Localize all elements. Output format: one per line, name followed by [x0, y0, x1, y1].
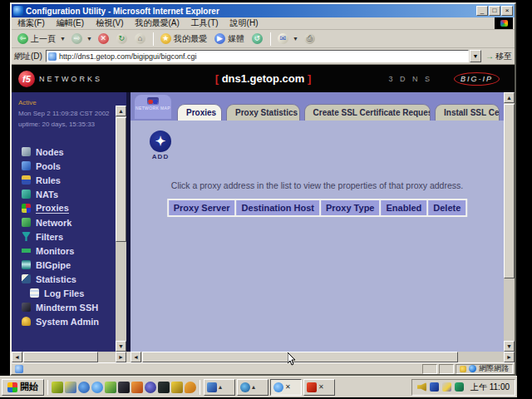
system-tray: 上午 11:00 — [411, 379, 515, 396]
sidebar-item-filters[interactable]: Filters — [12, 229, 126, 244]
taskbar-window-button[interactable]: ▴ — [204, 379, 235, 396]
scroll-right-icon[interactable]: ► — [504, 352, 515, 362]
media-label: 媒體 — [228, 33, 244, 45]
scroll-up-icon[interactable]: ▲ — [116, 106, 126, 116]
menu-edit[interactable]: 編輯(E) — [51, 17, 90, 30]
sidebar-item-bigpipe[interactable]: BIGpipe — [12, 258, 126, 272]
refresh-button[interactable]: ↻ — [113, 32, 131, 45]
media-button[interactable]: ▶ 媒體 — [211, 32, 248, 46]
network-tray-icon[interactable] — [455, 382, 464, 392]
go-button[interactable]: → 移至 — [485, 51, 512, 62]
sidebar-item-nats[interactable]: NATs — [12, 187, 126, 201]
input-method-icon[interactable] — [442, 382, 451, 392]
menu-tools[interactable]: 工具(T) — [185, 17, 224, 30]
system-uptime: uptime: 20 days, 15:35:33 — [18, 119, 126, 130]
quicklaunch-shortcut-icon[interactable] — [158, 382, 170, 393]
back-button[interactable]: ⇦ 上一頁 — [14, 32, 59, 46]
sidebar-item-monitors[interactable]: Monitors — [12, 244, 126, 258]
menu-favorites[interactable]: 我的最愛(A) — [129, 17, 185, 30]
menu-help[interactable]: 說明(H) — [224, 17, 264, 30]
globe-icon — [469, 365, 476, 372]
sidebar-item-proxies[interactable]: Proxies — [12, 201, 126, 215]
scrollbar-thumb[interactable] — [504, 104, 515, 278]
forward-button[interactable]: ⇨ — [68, 32, 86, 45]
tab-proxy-statistics[interactable]: Proxy Statistics — [226, 104, 300, 121]
toolbar-separator — [153, 32, 154, 46]
tab-create-ssl-certificate-request[interactable]: Create SSL Certificate Request — [304, 104, 431, 121]
button-glyph: ▴ — [219, 383, 222, 391]
stop-button[interactable]: ✕ — [95, 32, 112, 45]
statistics-icon — [22, 274, 31, 283]
scrollbar-thumb[interactable] — [116, 117, 126, 242]
address-input[interactable]: http://dns1.getop.com/bigipgui/bigconf.c… — [46, 50, 469, 62]
quicklaunch-shortcut-icon[interactable] — [105, 382, 116, 393]
display-icon[interactable] — [430, 382, 439, 392]
taskbar-clock[interactable]: 上午 11:00 — [470, 382, 510, 393]
start-button[interactable]: 開始 — [2, 379, 44, 396]
mail-button[interactable]: ✉ — [274, 32, 292, 45]
sidebar-item-network[interactable]: Network — [12, 215, 126, 229]
sidebar-horizontal-scrollbar[interactable]: ◄ ► — [12, 352, 126, 362]
sidebar-vertical-scrollbar[interactable]: ▲ ▼ — [116, 106, 126, 352]
quicklaunch-shortcut-icon[interactable] — [118, 382, 130, 393]
mail-dropdown-icon[interactable]: ▼ — [293, 36, 298, 42]
sidebar-item-mindterm-ssh[interactable]: Mindterm SSH — [12, 300, 126, 314]
quicklaunch-shortcut-icon[interactable] — [65, 382, 76, 393]
quicklaunch-shortcut-icon[interactable] — [91, 382, 103, 393]
scrollbar-thumb[interactable] — [23, 352, 98, 362]
column-header-delete: Delete — [428, 200, 466, 215]
sidebar-item-pools[interactable]: Pools — [12, 159, 126, 173]
pools-icon — [22, 161, 31, 170]
sidebar-item-nodes[interactable]: Nodes — [12, 145, 126, 159]
main-horizontal-scrollbar[interactable]: ◄ ► — [131, 352, 515, 362]
sidebar-item-system-admin[interactable]: System Admin — [12, 314, 126, 328]
sidebar-item-rules[interactable]: Rules — [12, 173, 126, 187]
quicklaunch-shortcut-icon[interactable] — [78, 382, 90, 393]
scroll-left-icon[interactable]: ◄ — [12, 352, 22, 362]
f5-brand-header: f5 NETWORKS [ dns1.getop.com ] 3 D N S B… — [12, 65, 515, 92]
volume-icon[interactable] — [417, 382, 426, 392]
minimize-button[interactable]: _ — [476, 6, 488, 16]
menu-view[interactable]: 檢視(V) — [90, 17, 129, 30]
history-button[interactable]: ↺ — [249, 32, 266, 45]
scroll-left-icon[interactable]: ◄ — [131, 352, 141, 362]
ie-app-icon — [13, 6, 23, 16]
taskbar-window-button[interactable]: ▴ — [237, 379, 268, 396]
tab-proxies[interactable]: Proxies — [177, 104, 222, 121]
go-arrow-icon: → — [485, 52, 494, 61]
network-map-button[interactable]: NETWORK MAP — [135, 95, 171, 119]
close-button[interactable]: × — [501, 6, 513, 16]
sidebar-item-label: Filters — [36, 232, 63, 242]
scroll-up-icon[interactable]: ▲ — [504, 92, 515, 103]
monitors-icon — [22, 246, 31, 255]
quicklaunch-shortcut-icon[interactable] — [131, 382, 143, 393]
app-window-icon — [240, 382, 250, 392]
quicklaunch-shortcut-icon[interactable] — [185, 382, 196, 393]
quicklaunch-shortcut-icon[interactable] — [145, 382, 156, 393]
menu-file[interactable]: 檔案(F) — [12, 17, 51, 30]
scroll-right-icon[interactable]: ► — [116, 352, 126, 362]
sidebar-item-statistics[interactable]: Statistics — [12, 272, 126, 286]
bigip-badge: BIG-IP — [454, 72, 500, 86]
sidebar-item-log-files[interactable]: Log Files — [12, 286, 126, 300]
main-vertical-scrollbar[interactable]: ▲ ▼ — [504, 92, 515, 352]
home-button[interactable]: ⌂ — [131, 32, 149, 45]
favorites-star-icon: ★ — [160, 33, 171, 44]
back-dropdown-icon[interactable]: ▼ — [60, 36, 66, 42]
quicklaunch-shortcut-icon[interactable] — [171, 382, 183, 393]
main-content-frame: NETWORK MAP Proxies Proxy Statistics Cre… — [131, 92, 515, 352]
add-proxy-button[interactable]: ✦ ADD — [144, 131, 177, 160]
tab-install-ssl-certificate[interactable]: Install SSL Certif — [435, 104, 500, 121]
forward-dropdown-icon[interactable]: ▼ — [86, 36, 92, 42]
taskbar-window-button-active[interactable]: ✕ — [270, 379, 302, 396]
taskbar-window-button[interactable]: ✕ — [303, 379, 335, 396]
print-button[interactable]: ⎙ — [301, 32, 318, 45]
address-dropdown-icon[interactable]: ▼ — [470, 50, 481, 62]
scrollbar-thumb[interactable] — [142, 352, 458, 362]
scroll-down-icon[interactable]: ▼ — [504, 341, 515, 352]
maximize-button[interactable]: □ — [489, 6, 500, 16]
favorites-button[interactable]: ★ 我的最愛 — [157, 32, 210, 46]
quicklaunch-shortcut-icon[interactable] — [52, 382, 63, 393]
scroll-down-icon[interactable]: ▼ — [116, 341, 126, 352]
home-icon: ⌂ — [135, 33, 145, 44]
